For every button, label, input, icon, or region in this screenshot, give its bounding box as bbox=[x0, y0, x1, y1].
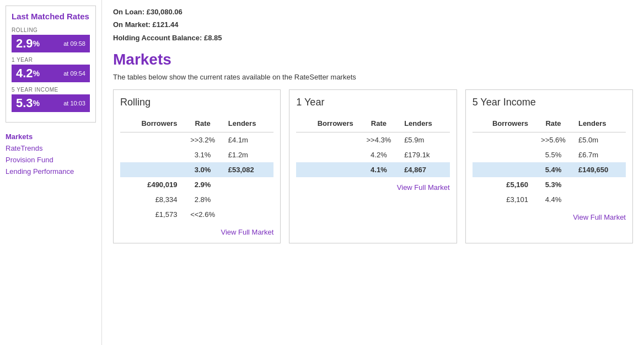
year5-view-full[interactable]: View Full Market bbox=[473, 213, 626, 221]
year1-borrowers-header: Borrowers bbox=[296, 115, 357, 132]
table-row: £149,650 bbox=[574, 162, 626, 177]
on-loan-line: On Loan: £30,080.06 bbox=[113, 6, 633, 18]
table-row: 3.0% bbox=[181, 162, 223, 177]
year5-market-card: 5 Year Income Borrowers Rate Lenders >>5… bbox=[465, 89, 633, 243]
table-row: £5.0m bbox=[574, 132, 626, 148]
table-row: >>5.6% bbox=[533, 132, 574, 148]
year1-rate-time: at 09:54 bbox=[63, 70, 85, 77]
year1-card-title: 1 Year bbox=[296, 97, 449, 108]
table-row bbox=[120, 132, 181, 148]
rolling-view-full[interactable]: View Full Market bbox=[120, 227, 273, 236]
table-row bbox=[224, 177, 274, 192]
main-content: On Loan: £30,080.06 On Market: £121.44 H… bbox=[102, 0, 644, 345]
year1-rate-header: Rate bbox=[358, 115, 400, 132]
sidebar: Last Matched Rates ROLLING 2.9% at 09:58… bbox=[0, 0, 102, 345]
year5-lenders-header: Lenders bbox=[574, 115, 626, 132]
holding-label: Holding Account Balance: bbox=[113, 34, 202, 42]
year5-card-title: 5 Year Income bbox=[473, 97, 626, 108]
table-row bbox=[120, 162, 181, 177]
table-row: 5.4% bbox=[533, 162, 574, 177]
table-row bbox=[473, 132, 533, 148]
year5-label: 5 YEAR INCOME bbox=[12, 87, 90, 93]
rolling-market-card: Rolling Borrowers Rate Lenders >>3.2%£4.… bbox=[113, 89, 281, 243]
on-loan-label: On Loan: bbox=[113, 8, 144, 16]
year5-rate-header: Rate bbox=[533, 115, 574, 132]
year1-lenders-header: Lenders bbox=[400, 115, 450, 132]
table-row: >>3.2% bbox=[181, 132, 223, 148]
table-row: <<2.6% bbox=[181, 207, 223, 222]
on-market-line: On Market: £121.44 bbox=[113, 18, 633, 31]
year1-rate-value: 4.2 bbox=[16, 66, 33, 81]
sidebar-item-lending-performance[interactable]: Lending Performance bbox=[6, 166, 96, 177]
table-row: £1.2m bbox=[224, 147, 274, 162]
table-row bbox=[224, 207, 274, 222]
table-row: £179.1k bbox=[400, 147, 450, 162]
table-row bbox=[296, 132, 357, 148]
table-row: £53,082 bbox=[224, 162, 274, 177]
sidebar-nav: Markets RateTrends Provision Fund Lendin… bbox=[6, 131, 96, 177]
holding-value: £8.85 bbox=[204, 34, 222, 42]
on-market-value: £121.44 bbox=[153, 20, 179, 29]
table-row bbox=[120, 147, 181, 162]
year1-label: 1 YEAR bbox=[12, 57, 90, 63]
year1-view-full-link[interactable]: View Full Market bbox=[397, 183, 450, 192]
table-row: £5,160 bbox=[473, 177, 533, 192]
table-row: 4.1% bbox=[358, 162, 400, 177]
year1-market-card: 1 Year Borrowers Rate Lenders >>4.3%£5.9… bbox=[289, 89, 457, 243]
table-row bbox=[224, 192, 274, 207]
sidebar-item-markets[interactable]: Markets bbox=[6, 131, 96, 142]
year1-rate-bar: 4.2% at 09:54 bbox=[12, 65, 90, 82]
table-row: £4,867 bbox=[400, 162, 450, 177]
table-row bbox=[296, 147, 357, 162]
table-row bbox=[473, 147, 533, 162]
rolling-lenders-header: Lenders bbox=[224, 115, 274, 132]
table-row: 3.1% bbox=[181, 147, 223, 162]
table-row: £1,573 bbox=[120, 207, 181, 222]
table-row: £490,019 bbox=[120, 177, 181, 192]
year5-rate-bar: 5.3% at 10:03 bbox=[12, 94, 90, 112]
table-row bbox=[574, 177, 626, 192]
table-row: 4.2% bbox=[358, 147, 400, 162]
rolling-card-title: Rolling bbox=[120, 97, 273, 108]
year5-rate-time: at 10:03 bbox=[63, 100, 85, 107]
rolling-rate-header: Rate bbox=[181, 115, 223, 132]
on-market-label: On Market: bbox=[113, 20, 151, 29]
table-row bbox=[473, 162, 533, 177]
table-row: 5.5% bbox=[533, 147, 574, 162]
holding-line: Holding Account Balance: £8.85 bbox=[113, 31, 633, 44]
table-row: £8,334 bbox=[120, 192, 181, 207]
year5-rate-value: 5.3 bbox=[16, 96, 33, 110]
rolling-rate-value: 2.9 bbox=[16, 36, 33, 51]
table-row: 5.3% bbox=[533, 177, 574, 192]
year5-view-full-link[interactable]: View Full Market bbox=[573, 213, 626, 221]
rolling-view-full-link[interactable]: View Full Market bbox=[221, 228, 273, 236]
table-row: >>4.3% bbox=[358, 132, 400, 148]
rolling-label: ROLLING bbox=[12, 27, 90, 33]
year5-rate-section: 5 YEAR INCOME 5.3% at 10:03 bbox=[12, 87, 90, 112]
table-row: £4.1m bbox=[224, 132, 274, 148]
year1-rate-section: 1 YEAR 4.2% at 09:54 bbox=[12, 57, 90, 82]
sidebar-item-ratetrends[interactable]: RateTrends bbox=[6, 142, 96, 154]
table-row bbox=[574, 192, 626, 207]
year5-borrowers-header: Borrowers bbox=[473, 115, 533, 132]
rolling-rate-time: at 09:58 bbox=[63, 40, 85, 47]
sidebar-item-provision-fund[interactable]: Provision Fund bbox=[6, 154, 96, 166]
markets-description: The tables below show the current rates … bbox=[113, 73, 633, 81]
account-info: On Loan: £30,080.06 On Market: £121.44 H… bbox=[113, 6, 633, 44]
table-row: £5.9m bbox=[400, 132, 450, 148]
rolling-borrowers-header: Borrowers bbox=[120, 115, 181, 132]
table-row: £3,101 bbox=[473, 192, 533, 207]
rates-box: Last Matched Rates ROLLING 2.9% at 09:58… bbox=[6, 6, 96, 123]
table-row: 2.9% bbox=[181, 177, 223, 192]
rolling-rate-section: ROLLING 2.9% at 09:58 bbox=[12, 27, 90, 52]
market-cards: Rolling Borrowers Rate Lenders >>3.2%£4.… bbox=[113, 89, 633, 243]
rates-title: Last Matched Rates bbox=[12, 12, 90, 22]
on-loan-value: £30,080.06 bbox=[147, 8, 183, 16]
rolling-table: Borrowers Rate Lenders >>3.2%£4.1m3.1%£1… bbox=[120, 115, 273, 222]
year1-view-full[interactable]: View Full Market bbox=[296, 183, 449, 192]
table-row bbox=[296, 162, 357, 177]
table-row: 2.8% bbox=[181, 192, 223, 207]
table-row: £6.7m bbox=[574, 147, 626, 162]
markets-title: Markets bbox=[113, 51, 633, 68]
rolling-rate-bar: 2.9% at 09:58 bbox=[12, 35, 90, 52]
